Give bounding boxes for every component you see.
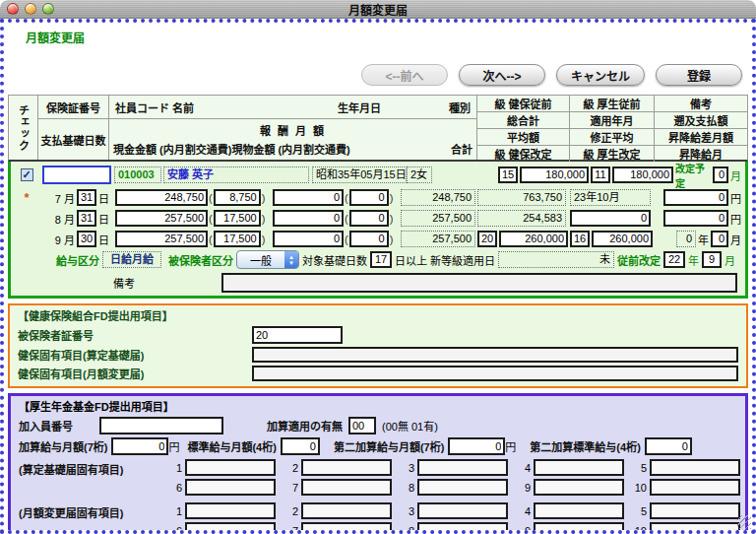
fd-item-input[interactable] <box>417 502 508 519</box>
cash-commute-input[interactable]: 17,500 <box>214 231 261 247</box>
kosei-fd-title: 【厚生年金基金FD提出用項目】 <box>19 398 737 414</box>
retro-pay-input[interactable]: 0 <box>663 189 728 206</box>
fd-item-input[interactable] <box>301 502 392 519</box>
kenpo-item-santei-input[interactable] <box>252 347 738 363</box>
header-kosei-kaitei: 級 厚生改定 <box>570 146 655 162</box>
target-base-days-input[interactable]: 17 <box>370 251 392 268</box>
fd-item-input[interactable] <box>417 522 508 534</box>
raise-month-input[interactable]: 0 <box>711 231 728 247</box>
fd-item-input[interactable] <box>534 459 624 476</box>
month-total: 257,500 <box>401 231 475 247</box>
cash-amount-input[interactable]: 257,500 <box>115 210 208 227</box>
fd-item-input[interactable] <box>301 522 392 534</box>
second-standard-pay-input[interactable] <box>645 437 692 455</box>
prev-button[interactable]: <--前へ <box>361 64 448 86</box>
cancel-button[interactable]: キャンセル <box>556 64 645 86</box>
getsugaku-items-label: (月額変更届固有項目) <box>19 502 168 534</box>
resize-handle[interactable] <box>737 515 751 529</box>
kosei-prev-grade[interactable]: 11 <box>591 167 610 183</box>
fd-item-input[interactable] <box>650 459 740 476</box>
month-row-august: 8 月 31 日 257,500 (17,500) 0 (0) 257,500 … <box>13 208 743 229</box>
item-number-label: 2 <box>284 462 298 474</box>
header-shokyu-sa: 昇降給差月額 <box>655 129 747 145</box>
kosei-new-amount[interactable]: 260,000 <box>592 231 653 247</box>
selected-record: ✓ 010003 安藤 英子 昭和35年05月15日 2女 15 180,000… <box>8 162 748 299</box>
adjusted-average-input[interactable]: 0 <box>570 210 651 227</box>
kaitei-yotei-value[interactable]: 0 <box>713 167 728 183</box>
header-tekiyo-nengetsu: 適用年月 <box>570 112 655 128</box>
base-days-input[interactable]: 30 <box>77 231 96 247</box>
fd-item-input[interactable] <box>534 522 624 534</box>
item-number-label: 2 <box>284 505 298 517</box>
fd-item-input[interactable] <box>650 522 740 534</box>
kenpo-prev-grade[interactable]: 15 <box>498 167 518 183</box>
item-number-label: 5 <box>633 505 647 517</box>
fd-item-input[interactable] <box>650 479 740 496</box>
kenpo-fd-title: 【健康保険組合FD提出用項目】 <box>18 307 738 323</box>
header-sokyu-shiharai: 遡及支払額 <box>655 112 747 128</box>
base-days-input[interactable]: 31 <box>77 189 96 206</box>
item-number-label: 10 <box>633 482 647 494</box>
prev-revision-month-input[interactable]: 9 <box>702 251 722 268</box>
row-checkbox[interactable]: ✓ <box>21 168 33 181</box>
fd-item-input[interactable] <box>417 479 508 496</box>
goods-commute-input[interactable]: 0 <box>349 189 389 206</box>
header-shubetsu: 種別 <box>449 100 471 115</box>
target-base-days-label: 対象基礎日数 <box>302 252 367 268</box>
fd-item-input[interactable] <box>185 502 276 519</box>
kenpo-item-getsugaku-input[interactable] <box>252 366 738 381</box>
insured-class-dropdown[interactable]: 一般 ▲▼ <box>236 250 299 269</box>
new-grade-apply-label: 新等級適用日 <box>430 252 495 268</box>
remarks-input[interactable] <box>221 273 737 293</box>
addition-apply-input[interactable] <box>348 417 376 434</box>
day-unit: 日 <box>98 190 109 206</box>
kosei-new-grade[interactable]: 16 <box>570 231 590 247</box>
cash-amount-input[interactable]: 257,500 <box>115 231 208 247</box>
remarks-row: 備考 <box>13 270 743 295</box>
next-button[interactable]: 次へ--> <box>459 64 545 86</box>
header-sogokei: 総合計 <box>477 112 570 128</box>
cash-commute-input[interactable]: 17,500 <box>214 210 261 227</box>
goods-amount-input[interactable]: 0 <box>273 189 344 206</box>
kosei-prev-amount[interactable]: 180,000 <box>612 167 673 183</box>
fd-item-input[interactable] <box>185 479 276 496</box>
fd-item-input[interactable] <box>301 479 392 496</box>
goods-commute-input[interactable]: 0 <box>349 210 389 227</box>
item-number-label: 10 <box>633 525 647 534</box>
fd-item-input[interactable] <box>417 459 508 476</box>
fd-item-input[interactable] <box>185 459 276 476</box>
year-unit: 年 <box>698 232 709 247</box>
addition-pay-input[interactable] <box>111 437 168 455</box>
base-days-input[interactable]: 31 <box>77 210 96 227</box>
content-area: 月額変更届 <--前へ 次へ--> キャンセル 登録 チェック 保険証番号 社員… <box>0 19 756 534</box>
item-number-label: 8 <box>401 525 414 534</box>
fd-item-input[interactable] <box>185 522 276 534</box>
fd-item-input[interactable] <box>534 502 624 519</box>
second-addition-pay-input[interactable] <box>448 437 505 455</box>
hoken-no-input[interactable] <box>42 166 111 184</box>
fd-item-input[interactable] <box>301 459 392 476</box>
remarks-label: 備考 <box>113 275 135 291</box>
prev-revision-year-input[interactable]: 22 <box>663 251 685 268</box>
header-kingaku-line: 現金金額 (内月割交通費)現物金額 (内月割交通費) <box>113 141 350 157</box>
member-no-input[interactable] <box>99 417 223 434</box>
goods-amount-input[interactable]: 0 <box>273 210 344 227</box>
cash-amount-input[interactable]: 248,750 <box>115 189 208 206</box>
addition-pay-label: 加算給与月額(7桁) <box>19 438 107 454</box>
goods-commute-input[interactable]: 0 <box>349 231 389 247</box>
fd-item-input[interactable] <box>534 479 624 496</box>
fd-item-input[interactable] <box>650 502 740 519</box>
standard-pay-input[interactable] <box>281 437 320 455</box>
cash-commute-input[interactable]: 8,750 <box>214 189 261 206</box>
kenpo-new-grade[interactable]: 20 <box>477 231 497 247</box>
page-title: 月額変更届 <box>26 29 752 45</box>
month-total: 248,750 <box>401 189 475 206</box>
kenpo-prev-amount[interactable]: 180,000 <box>520 167 589 183</box>
goods-amount-input[interactable]: 0 <box>273 231 344 247</box>
kenpo-new-amount[interactable]: 260,000 <box>499 231 568 247</box>
new-grade-apply-date: 未 <box>498 251 614 268</box>
insured-cert-no-input[interactable] <box>252 326 343 344</box>
getsugaku-item-grid: (月額変更届固有項目) 12345678910 <box>19 502 737 534</box>
raise-diff-input[interactable]: 0 <box>663 210 728 227</box>
register-button[interactable]: 登録 <box>656 64 742 86</box>
